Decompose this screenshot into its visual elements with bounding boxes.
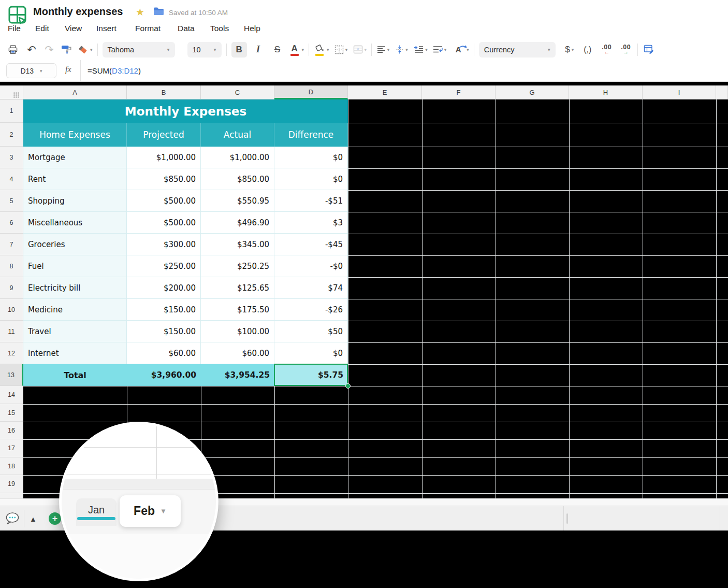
- row-header-12[interactable]: 12: [0, 342, 23, 364]
- cell-C8[interactable]: $250.25: [201, 255, 274, 277]
- table-header-cell[interactable]: Actual: [201, 123, 274, 147]
- cell-A10[interactable]: Medicine: [23, 299, 127, 321]
- callout-gridline: [62, 475, 216, 475]
- table-header-cell[interactable]: Difference: [274, 123, 348, 147]
- cell-C13[interactable]: $3,954.25: [201, 364, 274, 386]
- cell-A8[interactable]: Fuel: [23, 255, 127, 277]
- scrollbar-handle[interactable]: [566, 513, 568, 524]
- sheet-tab-jan[interactable]: Jan: [76, 498, 117, 526]
- column-header-G[interactable]: G: [496, 85, 569, 99]
- row-header-6[interactable]: 6: [0, 212, 23, 234]
- row-header-19[interactable]: 19: [0, 475, 23, 493]
- cell-C7[interactable]: $345.00: [201, 234, 274, 255]
- cell-D8[interactable]: -$0: [274, 255, 348, 277]
- table-header-cell[interactable]: Home Expenses: [23, 123, 127, 147]
- column-header-E[interactable]: E: [348, 85, 422, 99]
- row-header-11[interactable]: 11: [0, 321, 23, 342]
- add-sheet-button[interactable]: +: [49, 512, 61, 525]
- cell-D3[interactable]: $0: [274, 147, 348, 168]
- row-header-5[interactable]: 5: [0, 190, 23, 212]
- row-header-1[interactable]: 1: [0, 99, 23, 123]
- cell-B8[interactable]: $250.00: [127, 255, 201, 277]
- row-header-13[interactable]: 13: [0, 364, 23, 386]
- cell-D12[interactable]: $0: [274, 342, 348, 364]
- cell-D13[interactable]: $5.75: [274, 364, 348, 386]
- cell-C4[interactable]: $850.00: [201, 168, 274, 190]
- callout-gridline: [82, 447, 202, 448]
- table-title-cell[interactable]: Monthly Expenses: [23, 99, 348, 123]
- zoom-callout: Jan Feb ▼: [59, 422, 219, 581]
- cell-A4[interactable]: Rent: [23, 168, 127, 190]
- row-header-partial: [0, 493, 23, 498]
- sheet-tab-label: Feb: [134, 504, 155, 518]
- cell-C11[interactable]: $100.00: [201, 321, 274, 342]
- row-header-16[interactable]: 16: [0, 422, 23, 439]
- divider: [720, 506, 720, 531]
- row-header-18[interactable]: 18: [0, 457, 23, 475]
- callout-statusbar: [62, 479, 216, 490]
- row-header-15[interactable]: 15: [0, 404, 23, 422]
- comments-button[interactable]: [5, 512, 20, 525]
- row-header-14[interactable]: 14: [0, 386, 23, 404]
- cell-A5[interactable]: Shopping: [23, 190, 127, 212]
- cell-B11[interactable]: $150.00: [127, 321, 201, 342]
- column-header-I[interactable]: I: [643, 85, 716, 99]
- column-header-H[interactable]: H: [569, 85, 643, 99]
- column-header-partial[interactable]: [716, 85, 728, 99]
- active-tab-underline: [77, 517, 115, 520]
- row-header-10[interactable]: 10: [0, 299, 23, 321]
- select-all-corner[interactable]: [0, 85, 23, 99]
- row-header-2[interactable]: 2: [0, 123, 23, 147]
- row-header-9[interactable]: 9: [0, 277, 23, 299]
- column-header-D[interactable]: D: [274, 85, 348, 99]
- fill-handle[interactable]: [345, 383, 351, 389]
- row-header-3[interactable]: 3: [0, 147, 23, 168]
- cell-B5[interactable]: $500.00: [127, 190, 201, 212]
- column-header-F[interactable]: F: [422, 85, 496, 99]
- column-header-B[interactable]: B: [127, 85, 201, 99]
- table-header-cell[interactable]: Projected: [127, 123, 201, 147]
- cell-B9[interactable]: $200.00: [127, 277, 201, 299]
- cell-D9[interactable]: $74: [274, 277, 348, 299]
- cell-C10[interactable]: $175.50: [201, 299, 274, 321]
- cell-B3[interactable]: $1,000.00: [127, 147, 201, 168]
- cell-B6[interactable]: $500.00: [127, 212, 201, 234]
- cell-D6[interactable]: $3: [274, 212, 348, 234]
- cell-A3[interactable]: Mortgage: [23, 147, 127, 168]
- cell-B7[interactable]: $300.00: [127, 234, 201, 255]
- cell-B12[interactable]: $60.00: [127, 342, 201, 364]
- row-header-4[interactable]: 4: [0, 168, 23, 190]
- divider: [24, 510, 24, 527]
- cell-C9[interactable]: $125.65: [201, 277, 274, 299]
- cell-B10[interactable]: $150.00: [127, 299, 201, 321]
- cell-C3[interactable]: $1,000.00: [201, 147, 274, 168]
- cell-A13[interactable]: Total: [23, 364, 127, 386]
- cell-D11[interactable]: $50: [274, 321, 348, 342]
- row-header-17[interactable]: 17: [0, 439, 23, 457]
- corner-dots-icon: [13, 92, 15, 94]
- cell-A12[interactable]: Internet: [23, 342, 127, 364]
- gridline-h: [23, 404, 728, 405]
- cell-B4[interactable]: $850.00: [127, 168, 201, 190]
- cell-C5[interactable]: $550.95: [201, 190, 274, 212]
- cell-C6[interactable]: $496.90: [201, 212, 274, 234]
- cell-D7[interactable]: -$45: [274, 234, 348, 255]
- spreadsheet-grid: ABCDEFGHI12345678910111213141516171819Mo…: [0, 0, 728, 498]
- column-header-C[interactable]: C: [201, 85, 274, 99]
- cell-A11[interactable]: Travel: [23, 321, 127, 342]
- cell-D4[interactable]: $0: [274, 168, 348, 190]
- cell-A6[interactable]: Miscellaneous: [23, 212, 127, 234]
- cell-C12[interactable]: $60.00: [201, 342, 274, 364]
- cell-D10[interactable]: -$26: [274, 299, 348, 321]
- cell-B13[interactable]: $3,960.00: [127, 364, 201, 386]
- sheet-tab-feb[interactable]: Feb ▼: [120, 495, 181, 527]
- column-header-A[interactable]: A: [23, 85, 127, 99]
- row-header-8[interactable]: 8: [0, 255, 23, 277]
- sheet-list-button[interactable]: ▲: [30, 515, 37, 523]
- row-header-7[interactable]: 7: [0, 234, 23, 255]
- callout-gridline: [156, 424, 157, 484]
- cell-A7[interactable]: Groceries: [23, 234, 127, 255]
- divider: [563, 506, 564, 531]
- cell-A9[interactable]: Electricity bill: [23, 277, 127, 299]
- cell-D5[interactable]: -$51: [274, 190, 348, 212]
